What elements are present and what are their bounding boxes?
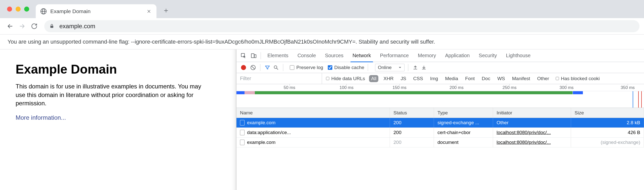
tab-network[interactable]: Network [348,49,375,62]
table-row[interactable]: data:application/ce...200cert-chain+cbor… [236,128,644,138]
close-tab-button[interactable] [146,8,152,14]
filter-all[interactable]: All [369,75,378,82]
cell-status: 200 [390,118,434,128]
tab-console[interactable]: Console [293,49,320,62]
address-bar[interactable]: example.com [44,20,639,32]
has-blocked-cookies-label: Has blocked cooki [561,76,600,81]
load-line [641,91,642,108]
divider [368,64,368,71]
preserve-log-checkbox[interactable]: Preserve log [290,65,323,70]
tick: 300 ms [559,85,574,90]
throttling-select[interactable]: Online [375,64,405,71]
devtools-tabs: Elements Console Sources Network Perform… [236,49,644,62]
cell-initiator: localhost:8080/priv/doc/... [493,138,571,147]
globe-icon [40,8,47,15]
network-filter-bar: Hide data URLs All XHR JS CSS Img Media … [236,73,644,84]
filter-media[interactable]: Media [443,75,460,82]
filter-other[interactable]: Other [535,75,551,82]
filter-css[interactable]: CSS [411,75,425,82]
warning-infobar: You are using an unsupported command-lin… [0,34,644,49]
minimize-window-button[interactable] [16,7,21,12]
preserve-log-input[interactable] [290,65,294,70]
devtools-panel: Elements Console Sources Network Perform… [236,49,644,190]
cell-name: example.com [236,118,390,128]
tab-performance[interactable]: Performance [376,49,414,62]
download-icon[interactable] [420,64,427,71]
reload-button[interactable] [29,21,40,32]
load-line [638,91,639,108]
browser-toolbar: example.com [0,18,644,34]
cell-type: cert-chain+cbor [434,128,493,137]
new-tab-button[interactable] [160,5,172,16]
warning-text: You are using an unsupported command-lin… [8,39,435,45]
page-content: Example Domain This domain is for use in… [0,49,236,190]
domcontentloaded-line [633,91,633,108]
filter-manifest[interactable]: Manifest [510,75,532,82]
tick: 250 ms [503,85,517,90]
cell-name: data:application/ce... [236,128,390,137]
network-timeline[interactable]: 50 ms 100 ms 150 ms 200 ms 250 ms 300 ms… [236,84,644,108]
hide-data-urls-checkbox[interactable]: Hide data URLs [326,76,365,81]
tab-sources[interactable]: Sources [320,49,348,62]
disable-cache-input[interactable] [328,65,332,70]
has-blocked-cookies-checkbox[interactable]: Has blocked cooki [556,76,600,81]
has-blocked-cookies-input[interactable] [556,77,559,80]
filter-input[interactable] [236,73,322,84]
filter-img[interactable]: Img [428,75,440,82]
filter-doc[interactable]: Doc [480,75,492,82]
file-icon [240,140,245,145]
hide-data-urls-label: Hide data URLs [331,76,365,81]
col-name[interactable]: Name [236,108,390,118]
network-request-table: Name Status Type Initiator Size example.… [236,108,644,147]
back-button[interactable] [5,21,16,32]
svg-rect-9 [251,54,254,58]
throttling-value: Online [378,65,392,70]
clear-icon[interactable] [250,64,257,71]
tick: 350 ms [621,85,635,90]
window-controls [0,7,29,18]
tab-memory[interactable]: Memory [413,49,440,62]
device-toolbar-icon[interactable] [249,51,259,61]
cell-size: (signed-exchange) [571,138,644,147]
filter-ws[interactable]: WS [495,75,507,82]
table-row[interactable]: example.com200documentlocalhost:8080/pri… [236,138,644,147]
record-button[interactable] [241,65,246,70]
inspect-element-icon[interactable] [238,51,249,61]
filter-xhr[interactable]: XHR [381,75,395,82]
filter-js[interactable]: JS [398,75,408,82]
upload-icon[interactable] [412,64,419,71]
col-status[interactable]: Status [390,108,434,118]
cell-status: 200 [390,128,434,137]
divider [261,52,261,59]
disable-cache-checkbox[interactable]: Disable cache [328,65,364,70]
tab-lighthouse[interactable]: Lighthouse [501,49,535,62]
page-paragraph: This domain is for use in illustrative e… [16,82,202,108]
filter-toggle-icon[interactable] [264,64,271,71]
divider [260,64,260,71]
timeline-markers [236,91,644,108]
tab-title: Example Domain [50,8,146,14]
search-icon[interactable] [272,64,279,71]
close-window-button[interactable] [7,7,12,12]
table-header: Name Status Type Initiator Size [236,108,644,118]
svg-rect-10 [254,55,256,58]
table-row[interactable]: example.com200signed-exchange ...Other2.… [236,118,644,128]
url-text: example.com [59,23,95,30]
maximize-window-button[interactable] [24,7,29,12]
content-area: Example Domain This domain is for use in… [0,49,644,190]
tab-application[interactable]: Application [440,49,474,62]
cell-initiator: Other [493,118,571,128]
browser-tabstrip: Example Domain [0,0,644,18]
more-info-link[interactable]: More information... [16,114,66,121]
tab-security[interactable]: Security [474,49,501,62]
hide-data-urls-input[interactable] [326,77,329,80]
col-type[interactable]: Type [434,108,493,118]
network-toolbar: Preserve log Disable cache Online [236,62,644,73]
browser-tab[interactable]: Example Domain [36,4,156,18]
divider [283,64,283,71]
tab-elements[interactable]: Elements [263,49,293,62]
col-initiator[interactable]: Initiator [493,108,571,118]
filter-font[interactable]: Font [463,75,477,82]
forward-button[interactable] [17,21,28,32]
col-size[interactable]: Size [571,108,644,118]
